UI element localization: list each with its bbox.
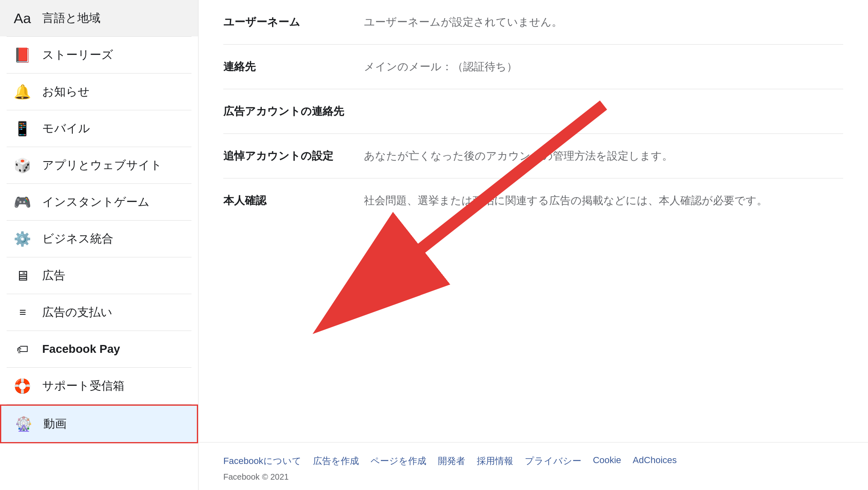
sidebar-item-facebook-pay[interactable]: 🏷 Facebook Pay (0, 331, 198, 367)
sidebar-item-label: モバイル (42, 121, 90, 136)
main-content: ユーザーネーム ユーザーネームが設定されていません。 連絡先 メインのメール：（… (198, 0, 868, 490)
sidebar-item-language[interactable]: Aa 言語と地域 (0, 0, 198, 36)
notifications-icon: 🔔 (12, 81, 33, 102)
sidebar-item-label: 動画 (43, 416, 67, 432)
footer-link-about[interactable]: Facebookについて (223, 455, 301, 467)
apps-icon: 🎲 (12, 155, 33, 176)
sidebar-item-label: 広告 (42, 268, 65, 283)
sidebar-item-stories[interactable]: 📕 ストーリーズ (0, 37, 198, 73)
stories-icon: 📕 (12, 44, 33, 66)
settings-row-verification: 本人確認 社会問題、選挙または政治に関連する広告の掲載などには、本人確認が必要で… (223, 178, 843, 223)
footer-links: Facebookについて 広告を作成 ページを作成 開発者 採用情報 プライバシ… (223, 455, 843, 467)
footer-link-developers[interactable]: 開発者 (438, 455, 465, 467)
settings-label-verification: 本人確認 (223, 193, 347, 208)
sidebar-item-label: Facebook Pay (42, 343, 120, 356)
footer-link-create-page[interactable]: ページを作成 (371, 455, 426, 467)
settings-label-ad-contact: 広告アカウントの連絡先 (223, 104, 347, 119)
sidebar-item-label: 広告の支払い (42, 304, 112, 320)
settings-label-username: ユーザーネーム (223, 15, 347, 29)
footer-link-adchoices[interactable]: AdChoices (633, 455, 677, 467)
mobile-icon: 📱 (12, 118, 33, 139)
settings-value-verification: 社会問題、選挙または政治に関連する広告の掲載などには、本人確認が必要です。 (364, 193, 843, 208)
settings-row-contact: 連絡先 メインのメール：（認証待ち） (223, 45, 843, 89)
settings-row-ad-contact: 広告アカウントの連絡先 (223, 89, 843, 134)
ads-icon: 🖥 (12, 265, 33, 286)
settings-area: ユーザーネーム ユーザーネームが設定されていません。 連絡先 メインのメール：（… (198, 0, 868, 442)
sidebar-item-label: 言語と地域 (42, 10, 100, 26)
games-icon: 🎮 (12, 191, 33, 213)
language-icon: Aa (12, 7, 33, 29)
sidebar-item-ads[interactable]: 🖥 広告 (0, 257, 198, 294)
footer-copyright: Facebook © 2021 (223, 472, 843, 482)
settings-label-memorial: 追悼アカウントの設定 (223, 149, 347, 163)
ads-payment-icon: ≡ (12, 302, 33, 323)
sidebar-item-label: お知らせ (42, 84, 90, 100)
settings-label-contact: 連絡先 (223, 59, 347, 74)
footer: Facebookについて 広告を作成 ページを作成 開発者 採用情報 プライバシ… (198, 442, 868, 490)
settings-value-contact: メインのメール：（認証待ち） (364, 59, 843, 74)
sidebar-item-support[interactable]: 🛟 サポート受信箱 (0, 368, 198, 404)
settings-row-memorial: 追悼アカウントの設定 あなたが亡くなった後のアカウントの管理方法を設定します。 (223, 134, 843, 178)
settings-value-memorial: あなたが亡くなった後のアカウントの管理方法を設定します。 (364, 149, 843, 163)
sidebar-item-label: ストーリーズ (42, 47, 113, 63)
sidebar-item-mobile[interactable]: 📱 モバイル (0, 110, 198, 147)
footer-link-cookie[interactable]: Cookie (593, 455, 621, 467)
facebook-pay-icon: 🏷 (12, 338, 33, 360)
sidebar-item-label: サポート受信箱 (42, 378, 124, 394)
footer-link-careers[interactable]: 採用情報 (477, 455, 513, 467)
sidebar-item-business[interactable]: ⚙️ ビジネス統合 (0, 221, 198, 257)
sidebar-item-apps[interactable]: 🎲 アプリとウェブサイト (0, 147, 198, 183)
footer-link-create-ad[interactable]: 広告を作成 (313, 455, 359, 467)
sidebar-item-ads-payment[interactable]: ≡ 広告の支払い (0, 294, 198, 331)
sidebar-item-label: ビジネス統合 (42, 231, 113, 247)
support-icon: 🛟 (12, 375, 33, 397)
settings-row-username: ユーザーネーム ユーザーネームが設定されていません。 (223, 0, 843, 45)
footer-link-privacy[interactable]: プライバシー (525, 455, 581, 467)
sidebar-item-label: インスタントゲーム (42, 194, 150, 210)
business-icon: ⚙️ (12, 228, 33, 250)
sidebar-item-games[interactable]: 🎮 インスタントゲーム (0, 184, 198, 220)
settings-value-username: ユーザーネームが設定されていません。 (364, 15, 843, 29)
sidebar-item-video[interactable]: 🎡 動画 (0, 404, 198, 443)
sidebar: Aa 言語と地域 📕 ストーリーズ 🔔 お知らせ 📱 モバイル 🎲 アプリとウェ… (0, 0, 198, 490)
sidebar-item-notifications[interactable]: 🔔 お知らせ (0, 74, 198, 110)
sidebar-item-label: アプリとウェブサイト (42, 157, 162, 173)
video-icon: 🎡 (13, 413, 34, 435)
